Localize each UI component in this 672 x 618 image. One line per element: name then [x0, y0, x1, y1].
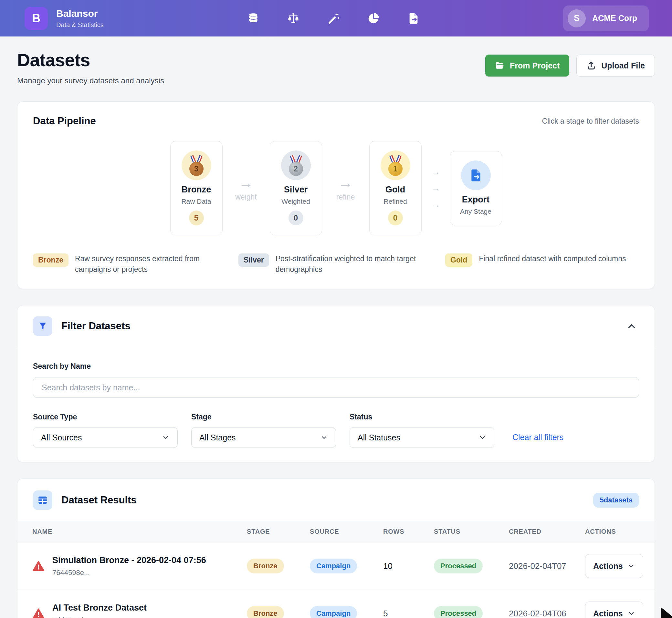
filter-title: Filter Datasets — [61, 320, 131, 332]
file-export-icon[interactable] — [406, 11, 421, 26]
created-date: 2026-02-04T07 — [509, 542, 585, 590]
dataset-results-card: Dataset Results 5datasets NAME STAGE SOU… — [17, 479, 655, 618]
triple-arrows-icon — [431, 168, 440, 209]
results-header: Dataset Results 5datasets — [17, 479, 655, 521]
brand-text: Balansor Data & Statistics — [56, 8, 104, 29]
upload-file-label: Upload File — [601, 61, 645, 70]
dataset-id: 7644598e... — [52, 569, 206, 577]
legend-badge: Gold — [445, 253, 472, 267]
arrow-right-icon — [239, 175, 254, 190]
org-chip[interactable]: S ACME Corp — [563, 5, 649, 31]
legend-badge: Silver — [238, 253, 269, 267]
data-pipeline-card: Data Pipeline Click a stage to filter da… — [17, 101, 655, 289]
col-created: CREATED — [509, 521, 585, 542]
table-header-row: NAME STAGE SOURCE ROWS STATUS CREATED AC… — [17, 521, 655, 542]
logo-letter: B — [32, 12, 40, 25]
col-status: STATUS — [434, 521, 509, 542]
filter-row: Source Type All Sources Stage All Stages… — [33, 413, 639, 448]
bronze-medal-number: 3 — [189, 162, 203, 176]
filter-icon — [33, 316, 52, 336]
col-name: NAME — [17, 521, 247, 542]
silver-medal-number: 2 — [289, 162, 303, 176]
status-pill: Processed — [434, 606, 483, 618]
page-actions: From Project Upload File — [485, 55, 655, 77]
actions-button[interactable]: Actions — [585, 554, 643, 578]
col-source: SOURCE — [310, 521, 383, 542]
avatar: S — [568, 9, 586, 27]
stage-sublabel: Weighted — [281, 198, 310, 205]
stage-select[interactable]: All Stages — [191, 427, 336, 448]
upload-icon — [586, 61, 596, 70]
upload-file-button[interactable]: Upload File — [576, 55, 655, 77]
page-title: Datasets — [17, 49, 164, 70]
search-input[interactable] — [33, 377, 639, 398]
legend-text: Raw survey responses extracted from camp… — [75, 253, 204, 275]
legend-text: Post-stratification weighted to match ta… — [275, 253, 429, 275]
chevron-down-icon — [320, 434, 328, 441]
col-rows: ROWS — [383, 521, 434, 542]
stage-sublabel: Any Stage — [460, 208, 491, 215]
actions-button[interactable]: Actions — [585, 602, 643, 618]
source-pill: Campaign — [310, 606, 357, 618]
stage-silver[interactable]: 2 Silver Weighted 0 — [270, 141, 322, 235]
legend-item-gold: Gold Final refined dataset with computed… — [445, 253, 639, 267]
source-type-value: All Sources — [41, 433, 82, 442]
col-actions: ACTIONS — [585, 521, 655, 542]
table-icon — [33, 491, 52, 510]
actions-label: Actions — [593, 561, 623, 571]
stage-sublabel: Raw Data — [181, 198, 211, 205]
warning-icon — [32, 607, 45, 618]
app-header: B Balansor Data & Statistics S ACME Corp — [0, 0, 672, 36]
pipeline-hint: Click a stage to filter datasets — [542, 117, 639, 126]
stage-gold[interactable]: 1 Gold Refined 0 — [369, 141, 422, 235]
chevron-up-icon[interactable] — [624, 319, 639, 333]
source-type-select[interactable]: All Sources — [33, 427, 178, 448]
connector-label: refine — [336, 193, 355, 201]
stage-bronze[interactable]: 3 Bronze Raw Data 5 — [170, 141, 223, 235]
database-icon[interactable] — [246, 11, 261, 26]
legend-badge: Bronze — [33, 253, 69, 267]
dataset-name: AI Test Bronze Dataset — [52, 603, 147, 613]
row-count: 5 — [383, 590, 434, 618]
row-count: 10 — [383, 542, 434, 590]
stage-export[interactable]: Export Any Stage — [450, 151, 502, 225]
scale-icon[interactable] — [286, 11, 301, 26]
main-content: Datasets Manage your survey datasets and… — [0, 49, 672, 618]
stage-group: Stage All Stages — [191, 413, 336, 448]
top-nav — [246, 11, 421, 26]
clear-filters-link[interactable]: Clear all filters — [512, 433, 564, 442]
gold-medal-number: 1 — [388, 162, 403, 176]
table-row: Simulation Bronze - 2026-02-04 07:56 764… — [17, 542, 655, 590]
table-row: AI Test Bronze Dataset 7dd1133d... Bronz… — [17, 590, 655, 618]
from-project-button[interactable]: From Project — [485, 55, 569, 77]
brand: B Balansor Data & Statistics — [24, 7, 104, 30]
export-file-icon — [461, 161, 491, 190]
dataset-name: Simulation Bronze - 2026-02-04 07:56 — [52, 555, 206, 565]
legend-item-bronze: Bronze Raw survey responses extracted fr… — [33, 253, 238, 275]
search-label: Search by Name — [33, 362, 639, 371]
wand-icon[interactable] — [326, 11, 341, 26]
from-project-label: From Project — [510, 61, 560, 70]
pipeline-title: Data Pipeline — [33, 115, 96, 127]
actions-label: Actions — [593, 609, 623, 618]
results-title: Dataset Results — [61, 494, 137, 506]
chevron-down-icon — [627, 610, 635, 617]
connector-weight: weight — [232, 175, 260, 201]
app-logo[interactable]: B — [24, 7, 48, 30]
pie-chart-icon[interactable] — [366, 11, 381, 26]
chevron-down-icon — [162, 434, 170, 441]
stage-value: All Stages — [199, 433, 236, 442]
stage-name: Gold — [386, 185, 406, 195]
app-name: Balansor — [56, 8, 104, 19]
filter-body: Search by Name Source Type All Sources S… — [17, 347, 655, 462]
filter-header: Filter Datasets — [17, 305, 655, 347]
stage-sublabel: Refined — [384, 198, 407, 205]
app-subtitle: Data & Statistics — [56, 21, 104, 29]
status-pill: Processed — [434, 558, 483, 574]
status-group: Status All Statuses — [350, 413, 494, 448]
chevron-down-icon — [627, 562, 635, 570]
status-select[interactable]: All Statuses — [350, 427, 494, 448]
connector-label: weight — [235, 193, 257, 201]
gold-medal-icon: 1 — [381, 150, 410, 180]
stage-label: Stage — [191, 413, 336, 421]
